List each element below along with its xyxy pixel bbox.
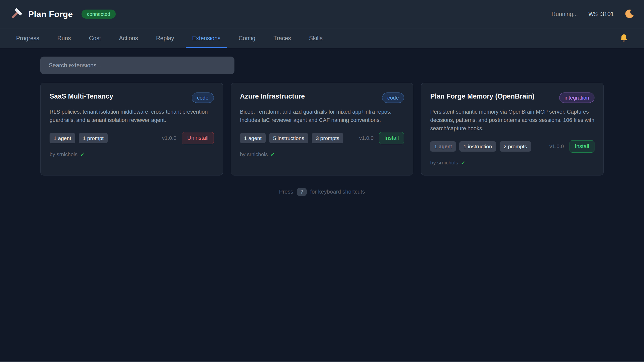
hint-prefix: Press <box>279 189 293 195</box>
app-title: Plan Forge <box>28 9 73 19</box>
tab-config[interactable]: Config <box>232 28 262 48</box>
prompt-count-chip: 3 prompts <box>312 133 343 143</box>
agent-count-chip: 1 agent <box>430 141 456 152</box>
install-button[interactable]: Install <box>570 140 594 152</box>
author-label: by srnichols <box>50 151 77 157</box>
header: Plan Forge connected Running... WS :3101 <box>0 0 644 28</box>
author-label: by srnichols <box>240 151 268 157</box>
hint-suffix: for keyboard shortcuts <box>310 189 365 195</box>
extension-title: Plan Forge Memory (OpenBrain) <box>430 93 534 100</box>
app-window: Plan Forge connected Running... WS :3101… <box>0 0 644 362</box>
uninstall-button[interactable]: Uninstall <box>182 132 214 144</box>
prompt-count-chip: 2 prompts <box>500 141 531 152</box>
tab-extensions[interactable]: Extensions <box>186 28 227 48</box>
version-label: v1.0.0 <box>359 135 376 141</box>
extension-description: RLS policies, tenant isolation middlewar… <box>50 108 214 124</box>
running-status-label: Running... <box>551 11 578 18</box>
author-label: by srnichols <box>430 160 458 166</box>
extension-description: Bicep, Terraform, and azd guardrails for… <box>240 108 404 124</box>
tab-progress[interactable]: Progress <box>10 28 46 48</box>
extension-title: Azure Infrastructure <box>240 93 305 100</box>
connection-status-badge: connected <box>82 10 116 19</box>
theme-toggle-button[interactable] <box>624 9 634 20</box>
instruction-count-chip: 1 instruction <box>459 141 496 152</box>
category-badge: integration <box>559 93 594 103</box>
category-badge: code <box>192 93 214 103</box>
tab-traces[interactable]: Traces <box>267 28 297 48</box>
tab-runs[interactable]: Runs <box>51 28 77 48</box>
tab-cost[interactable]: Cost <box>83 28 107 48</box>
tab-skills[interactable]: Skills <box>303 28 329 48</box>
extension-card-saas-multi-tenancy: SaaS Multi-Tenancy code RLS policies, te… <box>40 83 223 175</box>
hammer-icon <box>10 8 23 21</box>
horizontal-scrollbar[interactable] <box>0 361 644 362</box>
extension-cards-grid: SaaS Multi-Tenancy code RLS policies, te… <box>40 83 604 175</box>
tab-list: Progress Runs Cost Actions Replay Extens… <box>10 28 329 48</box>
verified-check-icon: ✓ <box>270 151 275 158</box>
question-key-badge: ? <box>297 188 307 196</box>
websocket-port-label: WS :3101 <box>588 11 614 18</box>
category-badge: code <box>382 93 404 103</box>
notifications-button[interactable] <box>619 33 628 43</box>
prompt-count-chip: 1 prompt <box>79 133 108 143</box>
instruction-count-chip: 5 instructions <box>269 133 308 143</box>
verified-check-icon: ✓ <box>80 151 85 158</box>
install-button[interactable]: Install <box>379 132 404 144</box>
tab-actions[interactable]: Actions <box>112 28 144 48</box>
search-input[interactable] <box>40 57 234 74</box>
bell-icon <box>619 33 628 43</box>
tab-replay[interactable]: Replay <box>149 28 181 48</box>
agent-count-chip: 1 agent <box>240 133 266 143</box>
version-label: v1.0.0 <box>549 143 566 149</box>
extension-description: Persistent semantic memory via OpenBrain… <box>430 108 594 133</box>
moon-icon <box>624 9 634 20</box>
keyboard-shortcuts-hint: Press ? for keyboard shortcuts <box>40 188 604 196</box>
verified-check-icon: ✓ <box>461 159 466 166</box>
extension-card-plan-forge-memory: Plan Forge Memory (OpenBrain) integratio… <box>421 83 604 175</box>
version-label: v1.0.0 <box>162 135 178 141</box>
extension-card-azure-infrastructure: Azure Infrastructure code Bicep, Terrafo… <box>231 83 414 175</box>
nav-tabbar: Progress Runs Cost Actions Replay Extens… <box>0 28 644 48</box>
agent-count-chip: 1 agent <box>50 133 75 143</box>
extensions-page: SaaS Multi-Tenancy code RLS policies, te… <box>0 48 644 196</box>
extension-title: SaaS Multi-Tenancy <box>50 93 113 100</box>
